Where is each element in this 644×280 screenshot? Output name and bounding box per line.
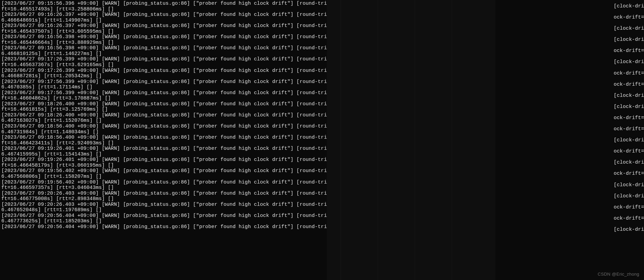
log-line: [2023/06/27 09:18:56.400 +09:00] [WARN] … (1, 123, 327, 129)
log-line: [2023/06/27 09:15:56.396 +09:00] [WARN] … (1, 1, 327, 6)
log-line: [2023/06/27 09:20:26.403 +09:00] [WARN] … (1, 191, 327, 196)
log-line: 6.467652048s] [rtt=1.197689ms] [] (1, 207, 327, 213)
log-line: [2023/06/27 09:19:26.401 +09:00] [WARN] … (1, 157, 327, 163)
log-line: ft=16.466775008s] [rtt=2.898348ms] [] (1, 196, 327, 202)
log-line: [2023/06/27 09:20:26.403 +09:00] [WARN] … (1, 202, 327, 207)
log-line: ft=16.466597357s] [rtt=3.046043ms] [] (1, 185, 327, 191)
log-line: 6.467560806s] [rtt=1.158207ms] [] (1, 174, 327, 179)
log-line: ft=16.4661815s] [rtt=3.125769ms] [] (1, 107, 327, 112)
log-fragment: ock-drift=1 (614, 112, 644, 123)
log-line: 6.4670385s] [rtt=1.17114ms] [] (1, 84, 327, 90)
log-line: [2023/06/27 09:16:56.398 +09:00] [WARN] … (1, 34, 327, 40)
log-line: [2023/06/27 09:18:26.400 +09:00] [WARN] … (1, 112, 327, 118)
log-fragment: [clock-dri (614, 191, 644, 202)
log-line: 6.46731984s] [rtt=1.148034ms] [] (1, 129, 327, 135)
log-fragment: ock-drift=1 (614, 213, 644, 224)
log-line: [2023/06/27 09:18:56.400 +09:00] [WARN] … (1, 135, 327, 140)
log-line: [2023/06/27 09:20:56.404 +09:00] [WARN] … (1, 213, 327, 219)
log-fragment: ock-drift=1 (614, 12, 644, 23)
artifact-line (377, 0, 378, 280)
log-line: [2023/06/27 09:19:56.402 +09:00] [WARN] … (1, 179, 327, 185)
log-output-left[interactable]: [2023/06/27 09:15:56.396 +09:00] [WARN] … (0, 0, 327, 280)
log-fragment: [clock-dri (614, 23, 644, 34)
log-line: ft=16.465517493s] [rtt=3.258806ms] [] (1, 6, 327, 12)
log-fragment: [clock-dri (614, 157, 644, 168)
log-line: ft=16.466423411s] [rtt=2.924093ms] [] (1, 140, 327, 146)
log-line: ft=16.466458179s] [rtt=3.060195ms] [] (1, 163, 327, 168)
log-line: [2023/06/27 09:16:26.397 +09:00] [WARN] … (1, 23, 327, 29)
log-line: 6.467773625s] [rtt=1.185203ms] [] (1, 218, 327, 224)
log-line: [2023/06/27 09:16:26.397 +09:00] [WARN] … (1, 12, 327, 18)
log-line: [2023/06/27 09:17:26.399 +09:00] [WARN] … (1, 68, 327, 74)
log-fragment: [clock-dri (614, 224, 644, 235)
log-line: 6.467415995s] [rtt=1.154143ms] [] (1, 151, 327, 157)
obscured-middle-region (327, 0, 495, 280)
log-fragment: ock-drift=1 (614, 79, 644, 90)
log-fragment: [clock-dri (614, 101, 644, 112)
log-line: [2023/06/27 09:19:56.402 +09:00] [WARN] … (1, 168, 327, 174)
log-line: [2023/06/27 09:17:26.399 +09:00] [WARN] … (1, 56, 327, 62)
log-line: 6.466887281s] [rtt=1.205342ms] [] (1, 73, 327, 79)
log-line: [2023/06/27 09:20:56.404 +09:00] [WARN] … (1, 224, 327, 230)
log-fragment: [clock-dri (614, 135, 644, 146)
log-fragment: ock-drift=1 (614, 45, 644, 56)
log-fragment: ock-drift=1 (614, 146, 644, 157)
artifact-line (452, 0, 452, 280)
log-line: [2023/06/27 09:16:56.398 +09:00] [WARN] … (1, 45, 327, 51)
terminal-window[interactable]: [2023/06/27 09:15:56.396 +09:00] [WARN] … (0, 0, 644, 280)
log-fragment: ock-drift=1 (614, 202, 644, 213)
log-output-right[interactable]: [clock-dri ock-drift=1 [clock-dri [clock… (614, 0, 644, 280)
log-fragment: [clock-dri (614, 90, 644, 101)
log-fragment: [clock-dri (614, 1, 644, 12)
artifact-line (340, 0, 341, 280)
artifact-line (415, 0, 415, 280)
log-fragment: ock-drift=1 (614, 68, 644, 79)
log-line: ft=16.465446664s] [rtt=3.888929ms] [] (1, 40, 327, 46)
log-line: [2023/06/27 09:17:56.399 +09:00] [WARN] … (1, 79, 327, 85)
log-fragment: [clock-dri (614, 56, 644, 67)
log-line: 6.467163027s] [rtt=1.152076ms] [] (1, 118, 327, 123)
log-fragment: [clock-dri (614, 179, 644, 191)
log-fragment: [clock-dri (614, 34, 644, 45)
log-line: ft=16.465437507s] [rtt=3.605595ms] [] (1, 29, 327, 34)
log-line: 6.466810125s] [rtt=1.146227ms] [] (1, 51, 327, 57)
log-line: [2023/06/27 09:17:56.399 +09:00] [WARN] … (1, 90, 327, 96)
log-line: ft=16.46604862s] [rtt=3.170887ms] [] (1, 95, 327, 101)
log-line: [2023/06/27 09:18:26.400 +09:00] [WARN] … (1, 101, 327, 107)
log-line: ft=16.465637367s] [rtt=3.629165ms] [] (1, 62, 327, 68)
log-line: [2023/06/27 09:19:26.401 +09:00] [WARN] … (1, 146, 327, 151)
log-fragment: ock-drift=1 (614, 123, 644, 135)
log-fragment: ock-drift=1 (614, 168, 644, 179)
log-line: 6.466648691s] [rtt=1.149907ms] [] (1, 18, 327, 23)
